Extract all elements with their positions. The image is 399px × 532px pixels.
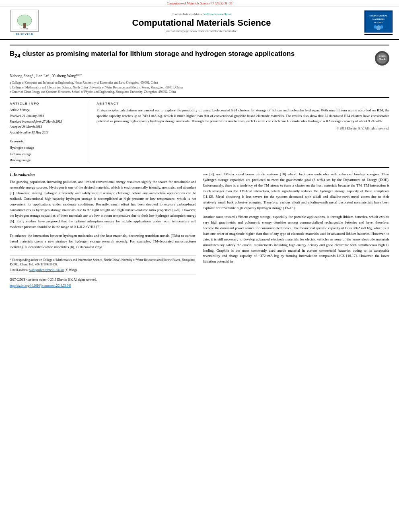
- journal-banner: Computational Materials Science 77 (2013…: [0, 0, 399, 6]
- history-received: Received 21 January 2013: [10, 113, 85, 119]
- svg-point-10: [374, 25, 377, 29]
- svg-point-9: [380, 25, 383, 29]
- footnote-doi-link[interactable]: http://dx.doi.org/10.1016/j.commatsci.20…: [10, 284, 71, 288]
- abstract-text: First-principles calculations are carrie…: [97, 108, 389, 124]
- journal-title: Computational Materials Science: [43, 18, 360, 28]
- elsevier-logo-image: ELSEVIER: [10, 10, 39, 32]
- article-title-section: B24 cluster as promising material for li…: [10, 45, 389, 69]
- footnote-email-link[interactable]: wangyusheng@ncwu.edu.cn: [29, 268, 64, 272]
- keyword1: Hydrogen storage: [10, 145, 85, 151]
- author3-sup: b,c,*: [76, 73, 82, 76]
- svg-text:SCIENCE: SCIENCE: [374, 21, 383, 23]
- author3: , Yusheng Wang: [50, 74, 76, 78]
- author2: , Jian Lv: [34, 74, 48, 78]
- abstract-col: ABSTRACT First-principles calculations a…: [97, 102, 389, 163]
- affiliation-c: c Center of Clean Energy and Quantum Str…: [10, 90, 389, 94]
- affiliation-a: a College of Computer and Information En…: [10, 80, 389, 85]
- svg-text:Mark: Mark: [378, 58, 385, 61]
- authors-section: Nahong Songa , Jian Lvb , Yusheng Wangb,…: [10, 73, 389, 78]
- affiliation-b: b College of Mathematics and Information…: [10, 85, 389, 90]
- article-info-col: ARTICLE INFO Article history: Received 2…: [10, 102, 90, 163]
- history-label: Article history:: [10, 108, 85, 112]
- homepage-url[interactable]: www.elsevier.com/locate/commatsci: [190, 29, 237, 33]
- footnote-email: E-mail address: wangyusheng@ncwu.edu.cn …: [10, 268, 196, 272]
- article-info-label: ARTICLE INFO: [10, 102, 85, 105]
- footnote-doi: http://dx.doi.org/10.1016/j.commatsci.20…: [10, 283, 196, 288]
- article-info-abstract: ARTICLE INFO Article history: Received 2…: [10, 102, 389, 168]
- abstract-label: ABSTRACT: [97, 102, 389, 105]
- right-p2: Another route toward efficient energy st…: [203, 214, 389, 265]
- banner-text: Computational Materials Science 77 (2013…: [167, 2, 232, 5]
- svg-text:MATERIALS: MATERIALS: [372, 18, 385, 20]
- elsevier-logo: ELSEVIER ELSEVIER: [6, 10, 43, 36]
- history-accepted: Accepted 28 March 2013: [10, 124, 85, 130]
- footnote-divider: [10, 275, 196, 275]
- journal-header-center: Contents lists available at SciVerse Sci…: [43, 12, 360, 33]
- keywords-section: Keywords: Hydrogen storage Lithium stora…: [10, 139, 85, 163]
- elsevier-label: ELSEVIER: [16, 33, 33, 36]
- title-subscript: 24: [14, 53, 20, 59]
- crossmark-badge: Cross Mark: [375, 51, 389, 66]
- body-columns: 1. Introduction The growing population, …: [10, 172, 389, 289]
- author1-sup: a: [32, 73, 33, 76]
- footnote-issn: 0927-0256/$ - see front matter © 2013 El…: [10, 277, 196, 282]
- svg-point-8: [376, 25, 381, 30]
- journal-logo-box: COMPUTATIONAL MATERIALS SCIENCE: [364, 10, 393, 33]
- section1-title: 1. Introduction: [10, 173, 196, 177]
- footnote-section: * Corresponding author at: College of Ma…: [10, 255, 196, 288]
- body-left-col: 1. Introduction The growing population, …: [10, 172, 196, 289]
- article-history: Article history: Received 21 January 201…: [10, 108, 85, 135]
- svg-text:ELSEVIER: ELSEVIER: [21, 28, 29, 30]
- article-title: B24 cluster as promising material for li…: [10, 49, 375, 60]
- history-available: Available online 13 May 2013: [10, 130, 85, 136]
- keyword2: Lithium storage: [10, 151, 85, 157]
- article-content: B24 cluster as promising material for li…: [0, 40, 399, 294]
- author2-sup: b: [48, 73, 49, 76]
- svg-text:COMPUTATIONAL: COMPUTATIONAL: [369, 15, 387, 17]
- keywords-label: Keywords:: [10, 139, 85, 143]
- footnote-corresponding: * Corresponding author at: College of Ma…: [10, 258, 196, 267]
- journal-logo-dash: [364, 34, 393, 35]
- svg-rect-2: [23, 23, 26, 28]
- right-p1: ene [9], and TM-decorated boron nitride …: [203, 172, 389, 211]
- svg-text:Cross: Cross: [379, 54, 386, 58]
- sciverse-link[interactable]: SciVerse ScienceDirect: [204, 12, 231, 16]
- affiliations: a College of Computer and Information En…: [10, 80, 389, 98]
- keyword3: Binding energy: [10, 157, 85, 163]
- journal-logo-right: COMPUTATIONAL MATERIALS SCIENCE: [360, 10, 393, 35]
- body-right-col: ene [9], and TM-decorated boron nitride …: [203, 172, 389, 289]
- history-revised: Received in revised form 27 March 2013: [10, 119, 85, 125]
- contents-line: Contents lists available at SciVerse Sci…: [43, 12, 360, 16]
- journal-homepage: journal homepage: www.elsevier.com/locat…: [43, 29, 360, 33]
- copyright-line: © 2013 Elsevier B.V. All rights reserved…: [97, 127, 389, 130]
- body-p2: To enhance the interaction between hydro…: [10, 233, 196, 250]
- body-p1: The growing population, increasing pollu…: [10, 179, 196, 230]
- author1: Nahong Song: [10, 74, 32, 78]
- journal-header: ELSEVIER ELSEVIER Contents lists availab…: [0, 6, 399, 40]
